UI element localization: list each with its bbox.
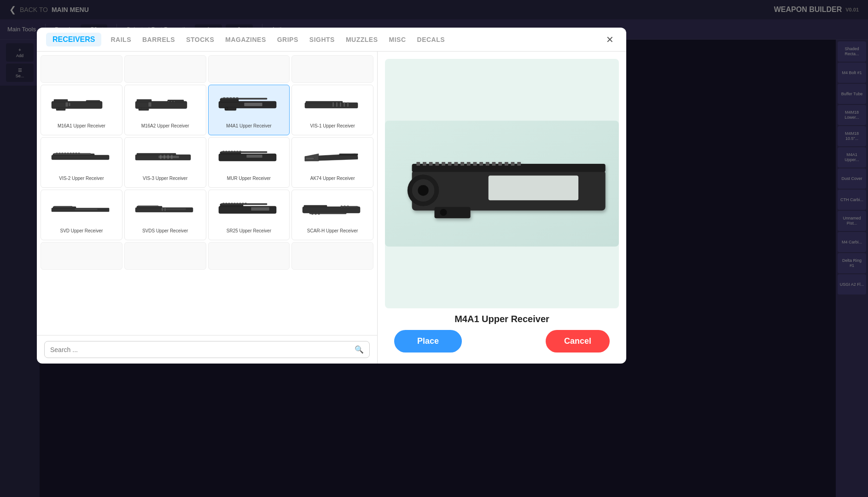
- search-input[interactable]: [50, 346, 355, 353]
- svg-rect-41: [67, 153, 69, 154]
- svg-rect-107: [454, 162, 458, 166]
- item-image-svd: [43, 194, 120, 226]
- item-label-vis1: VIS-1 Upper Receiver: [310, 123, 355, 129]
- tab-barrels[interactable]: BARRELS: [142, 34, 175, 45]
- search-input-wrap: 🔍: [44, 341, 370, 358]
- tab-rails[interactable]: RAILS: [111, 34, 131, 45]
- svg-rect-77: [221, 203, 267, 205]
- grid-item-empty-1[interactable]: [41, 55, 122, 83]
- tab-magazines[interactable]: MAGAZINES: [225, 34, 266, 45]
- svg-rect-57: [226, 151, 227, 152]
- vis2-svg: [49, 144, 114, 171]
- grid-item-vis3[interactable]: VIS-3 Upper Receiver: [124, 137, 206, 188]
- svg-rect-6: [69, 103, 70, 106]
- grid-item-m16a1[interactable]: M16A1 Upper Receiver: [41, 85, 122, 135]
- svg-rect-61: [237, 151, 238, 152]
- tab-muzzles[interactable]: MUZZLES: [346, 34, 378, 45]
- svg-rect-122: [434, 207, 470, 218]
- grid-item-m4a1[interactable]: M4A1 Upper Receiver: [208, 85, 290, 135]
- search-icon: 🔍: [355, 345, 364, 354]
- grid-item-vis2[interactable]: VIS-2 Upper Receiver: [41, 137, 122, 188]
- svg-point-14: [139, 107, 141, 110]
- grid-item-ak74[interactable]: AK74 Upper Receiver: [291, 137, 373, 188]
- grid-item-empty-7[interactable]: [208, 242, 290, 270]
- grid-item-mur[interactable]: MUR Upper Receiver: [208, 137, 290, 188]
- svg-rect-55: [221, 151, 267, 153]
- item-label-ak74: AK74 Upper Receiver: [310, 175, 355, 181]
- svds-svg: [133, 196, 198, 224]
- grid-item-empty-6[interactable]: [124, 242, 206, 270]
- svg-rect-81: [231, 203, 233, 204]
- svg-rect-105: [442, 162, 445, 166]
- svg-rect-92: [344, 206, 345, 208]
- modal-overlay: RECEIVERS RAILS BARRELS STOCKS MAGAZINES…: [0, 0, 868, 497]
- grid-panel: M16A1 Upper Receiver: [37, 52, 378, 364]
- grid-item-sr25[interactable]: SR25 Upper Receiver: [208, 190, 290, 240]
- svg-rect-38: [59, 153, 60, 154]
- svg-rect-49: [160, 155, 162, 159]
- svg-point-26: [225, 107, 228, 110]
- item-label-vis3: VIS-3 Upper Receiver: [143, 175, 187, 181]
- svg-rect-39: [62, 153, 63, 154]
- item-label-vis2: VIS-2 Upper Receiver: [59, 175, 104, 181]
- item-label-m4a1: M4A1 Upper Receiver: [226, 123, 271, 129]
- svg-rect-44: [76, 153, 77, 154]
- svg-rect-62: [239, 151, 241, 152]
- modal-header: RECEIVERS RAILS BARRELS STOCKS MAGAZINES…: [37, 28, 626, 52]
- svg-rect-89: [304, 205, 327, 207]
- grid-item-svds[interactable]: SVDS Upper Receiver: [124, 190, 206, 240]
- svd-svg: [49, 196, 114, 224]
- svg-rect-20: [227, 98, 228, 98]
- svg-rect-10: [168, 100, 184, 102]
- item-label-m16a1: M16A1 Upper Receiver: [58, 123, 105, 129]
- item-label-m16a2: M16A2 Upper Receiver: [141, 123, 189, 129]
- item-image-ak74: [294, 141, 371, 173]
- cancel-button[interactable]: Cancel: [546, 330, 610, 353]
- tab-misc[interactable]: MISC: [389, 34, 406, 45]
- svg-rect-83: [237, 203, 238, 204]
- item-image-vis3: [127, 141, 204, 173]
- svg-rect-42: [70, 153, 71, 154]
- svg-rect-117: [517, 162, 521, 166]
- tab-grips[interactable]: GRIPS: [277, 34, 298, 45]
- item-image-vis1: [294, 89, 371, 121]
- preview-title: M4A1 Upper Receiver: [385, 314, 619, 324]
- tab-decals[interactable]: DECALS: [417, 34, 445, 45]
- grid-item-scarh[interactable]: SCAR-H Upper Receiver: [291, 190, 373, 240]
- svg-rect-63: [246, 155, 262, 158]
- tab-stocks[interactable]: STOCKS: [186, 34, 214, 45]
- item-label-sr25: SR25 Upper Receiver: [227, 228, 271, 234]
- tab-sights[interactable]: SIGHTS: [309, 34, 335, 45]
- item-label-mur: MUR Upper Receiver: [227, 175, 271, 181]
- svg-rect-112: [486, 162, 489, 166]
- svg-rect-101: [416, 162, 420, 166]
- grid-item-empty-4[interactable]: [291, 55, 373, 83]
- item-image-m16a1: [43, 89, 120, 121]
- modal-body: M16A1 Upper Receiver: [37, 52, 626, 364]
- svg-rect-116: [511, 162, 515, 166]
- svg-rect-11: [168, 101, 169, 102]
- svg-rect-91: [341, 206, 342, 208]
- svg-rect-34: [52, 155, 109, 160]
- item-label-svd: SVD Upper Receiver: [60, 228, 103, 234]
- place-button[interactable]: Place: [394, 330, 462, 353]
- svg-rect-0: [52, 101, 102, 109]
- vis3-svg: [133, 144, 198, 171]
- grid-item-svd[interactable]: SVD Upper Receiver: [41, 190, 122, 240]
- close-button[interactable]: ✕: [602, 32, 617, 47]
- grid-item-empty-2[interactable]: [124, 55, 206, 83]
- item-image-vis2: [43, 141, 120, 173]
- svg-rect-58: [228, 151, 230, 152]
- grid-item-empty-3[interactable]: [208, 55, 290, 83]
- grid-scroll-area[interactable]: M16A1 Upper Receiver: [37, 52, 377, 335]
- item-image-scarh: [294, 194, 371, 226]
- svg-rect-97: [318, 214, 320, 214]
- svg-rect-8: [137, 99, 151, 102]
- grid-item-empty-5[interactable]: [41, 242, 122, 270]
- grid-item-vis1[interactable]: VIS-1 Upper Receiver: [291, 85, 373, 135]
- scarh-svg: [300, 196, 365, 224]
- svg-rect-74: [164, 208, 166, 211]
- grid-item-m16a2[interactable]: M16A2 Upper Receiver: [124, 85, 206, 135]
- svg-rect-114: [498, 162, 502, 166]
- grid-item-empty-8[interactable]: [291, 242, 373, 270]
